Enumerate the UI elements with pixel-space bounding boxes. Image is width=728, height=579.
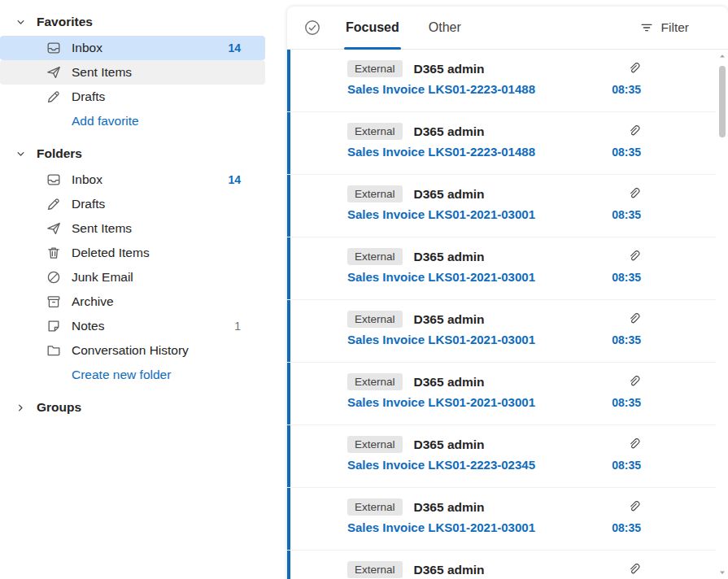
sender-name: D365 admin	[414, 124, 616, 139]
unread-indicator	[287, 488, 290, 550]
sidebar-item-sent-items[interactable]: Sent Items	[0, 60, 265, 85]
email-subject: Sales Invoice LKS01-2223-01488	[347, 82, 612, 96]
sender-name: D365 admin	[414, 62, 616, 76]
scrollbar-track[interactable]	[716, 63, 728, 566]
sidebar-item-deleted-items[interactable]: Deleted Items	[0, 241, 265, 265]
select-all-button[interactable]	[303, 19, 321, 37]
unread-indicator	[287, 50, 290, 111]
email-list-item[interactable]: ExternalD365 admin	[287, 551, 716, 579]
tab-other[interactable]: Other	[425, 7, 464, 50]
unread-count: 14	[228, 41, 241, 54]
received-time: 08:35	[612, 333, 641, 346]
section-header-folders[interactable]: Folders	[0, 140, 277, 168]
folder-pane: FavoritesInbox14Sent ItemsDraftsAdd favo…	[0, 0, 277, 579]
received-time: 08:35	[612, 83, 641, 96]
paperclip-icon	[627, 250, 641, 263]
email-subject: Sales Invoice LKS01-2021-03001	[347, 333, 612, 346]
sender-name: D365 admin	[414, 438, 616, 452]
received-time: 08:35	[612, 459, 641, 472]
sidebar-item-sent-items[interactable]: Sent Items	[0, 216, 265, 241]
email-list-item[interactable]: ExternalD365 adminSales Invoice LKS01-20…	[287, 237, 716, 300]
draft-icon	[46, 196, 62, 212]
email-row-top-line: ExternalD365 admin	[347, 185, 641, 202]
email-subject: Sales Invoice LKS01-2021-03001	[347, 520, 612, 534]
email-list-item[interactable]: ExternalD365 adminSales Invoice LKS01-22…	[287, 425, 716, 488]
add-favorite-link[interactable]: Add favorite	[0, 109, 277, 133]
external-badge: External	[347, 311, 403, 328]
email-list-item[interactable]: ExternalD365 adminSales Invoice LKS01-22…	[287, 112, 716, 175]
sidebar-item-conversation-history[interactable]: Conversation History	[0, 338, 265, 363]
email-subject: Sales Invoice LKS01-2021-03001	[347, 395, 612, 409]
sidebar-item-inbox[interactable]: Inbox14	[0, 168, 265, 192]
email-list-item[interactable]: ExternalD365 adminSales Invoice LKS01-20…	[287, 300, 716, 363]
unread-indicator	[287, 112, 290, 174]
filter-button[interactable]: Filter	[639, 20, 689, 35]
email-list-item[interactable]: ExternalD365 adminSales Invoice LKS01-22…	[287, 50, 716, 112]
message-list-toolbar: Focused Other Filter	[287, 7, 728, 50]
folder-name: Junk Email	[72, 270, 241, 285]
send-icon	[46, 220, 62, 237]
received-time: 08:35	[612, 146, 641, 159]
scrollbar-thumb[interactable]	[719, 66, 726, 137]
email-list-item[interactable]: ExternalD365 adminSales Invoice LKS01-20…	[287, 363, 716, 425]
received-time: 08:35	[612, 396, 641, 409]
chevron-down-icon	[15, 16, 27, 28]
unread-indicator	[287, 237, 290, 299]
create-new-folder-link[interactable]: Create new folder	[0, 363, 277, 387]
section-label: Groups	[37, 400, 81, 415]
circle-check-icon	[303, 19, 321, 37]
email-row-bottom-line: Sales Invoice LKS01-2021-0300108:35	[347, 333, 641, 346]
sidebar-item-drafts[interactable]: Drafts	[0, 192, 265, 216]
unread-indicator	[287, 551, 290, 579]
scrollbar[interactable]	[716, 50, 728, 579]
email-row-top-line: ExternalD365 admin	[347, 60, 641, 77]
scroll-down-arrow-icon[interactable]	[716, 566, 728, 579]
email-list-item[interactable]: ExternalD365 adminSales Invoice LKS01-20…	[287, 175, 716, 237]
unread-indicator	[287, 300, 290, 362]
email-row-bottom-line: Sales Invoice LKS01-2223-0148808:35	[347, 145, 641, 159]
email-subject: Sales Invoice LKS01-2223-01488	[347, 145, 612, 159]
email-row-bottom-line: Sales Invoice LKS01-2021-0300108:35	[347, 395, 641, 409]
section-label: Folders	[37, 146, 82, 161]
filter-label: Filter	[661, 20, 689, 35]
unread-indicator	[287, 425, 290, 487]
sidebar-item-inbox[interactable]: Inbox14	[0, 36, 265, 60]
section-header-groups[interactable]: Groups	[0, 394, 277, 421]
scroll-up-arrow-icon[interactable]	[716, 50, 728, 63]
external-badge: External	[347, 185, 403, 202]
email-subject: Sales Invoice LKS01-2021-03001	[347, 270, 612, 284]
folder-name: Inbox	[72, 41, 218, 55]
email-subject: Sales Invoice LKS01-2021-03001	[347, 207, 612, 221]
paperclip-icon	[627, 187, 641, 201]
external-badge: External	[347, 60, 403, 77]
paperclip-icon	[627, 375, 641, 389]
email-row-top-line: ExternalD365 admin	[347, 561, 641, 578]
message-list-panel: Focused Other Filter ExternalD365 adminS…	[287, 7, 728, 579]
section-folders: FoldersInbox14DraftsSent ItemsDeleted It…	[0, 140, 277, 387]
section-header-favorites[interactable]: Favorites	[0, 8, 277, 36]
email-row-top-line: ExternalD365 admin	[347, 123, 641, 140]
external-badge: External	[347, 248, 403, 265]
folder-name: Notes	[72, 319, 225, 333]
tab-focused[interactable]: Focused	[342, 7, 403, 50]
section-groups: Groups	[0, 394, 277, 421]
sidebar-item-archive[interactable]: Archive	[0, 290, 265, 314]
chevron-right-icon	[15, 402, 27, 414]
email-row-bottom-line: Sales Invoice LKS01-2223-0148808:35	[347, 82, 641, 96]
sidebar-item-junk-email[interactable]: Junk Email	[0, 265, 265, 290]
sender-name: D365 admin	[414, 375, 616, 390]
draft-icon	[46, 89, 62, 105]
email-row-bottom-line: Sales Invoice LKS01-2021-0300108:35	[347, 207, 641, 221]
sender-name: D365 admin	[414, 500, 616, 515]
email-subject: Sales Invoice LKS01-2223-02345	[347, 458, 612, 472]
paperclip-icon	[627, 500, 641, 514]
email-list-item[interactable]: ExternalD365 adminSales Invoice LKS01-20…	[287, 488, 716, 551]
email-list: ExternalD365 adminSales Invoice LKS01-22…	[287, 50, 716, 579]
folder-name: Archive	[72, 294, 241, 309]
sidebar-item-notes[interactable]: Notes1	[0, 314, 265, 338]
sidebar-item-drafts[interactable]: Drafts	[0, 85, 265, 109]
external-badge: External	[347, 561, 403, 578]
folder-name: Deleted Items	[72, 246, 241, 260]
folder-name: Drafts	[72, 89, 241, 104]
received-time: 08:35	[612, 271, 641, 284]
